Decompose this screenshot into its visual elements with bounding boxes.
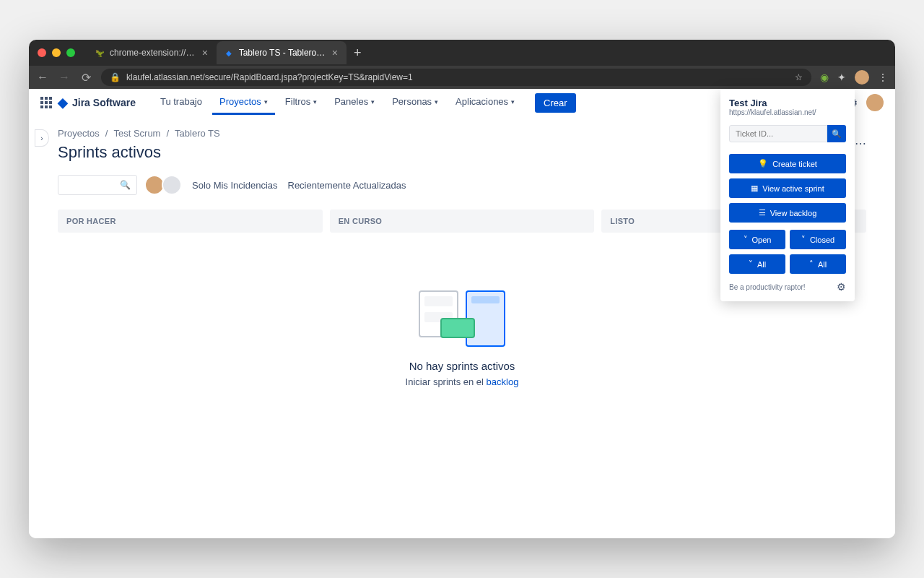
open-filter-button[interactable]: ˅Open: [729, 230, 785, 249]
nav-paneles[interactable]: Paneles▾: [327, 90, 382, 115]
search-button[interactable]: 🔍: [827, 125, 846, 142]
browser-tab-jira[interactable]: ◆ Tablero TS - Tablero ágil - Jira ×: [217, 41, 346, 64]
board-search-input[interactable]: 🔍: [58, 175, 137, 195]
chevron-down-icon: ▾: [435, 98, 438, 105]
ext-search: 🔍: [729, 125, 846, 142]
empty-title: No hay sprints activos: [58, 360, 866, 372]
nav-aplicaciones[interactable]: Aplicaciones▾: [448, 90, 522, 115]
board-icon: ▦: [751, 184, 758, 193]
url-bar: ← → ⟳ 🔒 klaufel.atlassian.net/secure/Rap…: [29, 66, 895, 89]
breadcrumb-proyectos[interactable]: Proyectos: [58, 128, 100, 139]
window-close[interactable]: [38, 48, 46, 57]
backlog-link[interactable]: backlog: [487, 376, 519, 387]
all-down-button[interactable]: ˅All: [729, 254, 785, 274]
browser-window: 🦖 chrome-extension://jdiffpfffme × ◆ Tab…: [29, 40, 895, 538]
close-tab-icon[interactable]: ×: [332, 47, 338, 59]
empty-illustration: [419, 290, 505, 348]
lightbulb-icon: 💡: [758, 159, 768, 168]
list-icon: ☰: [759, 208, 766, 217]
tab-label: chrome-extension://jdiffpfffme: [110, 48, 196, 58]
favicon-icon: 🦖: [95, 48, 104, 58]
extension-raptor-icon[interactable]: ◉: [820, 72, 829, 83]
toolbar-icons: ◉ ✦ ⋮: [820, 70, 888, 85]
all-up-button[interactable]: ˄All: [790, 254, 846, 274]
window-controls: [35, 48, 75, 57]
ticket-id-input[interactable]: [729, 125, 827, 142]
reload-button[interactable]: ⟳: [79, 71, 92, 85]
filter-recent[interactable]: Recientemente Actualizadas: [288, 180, 406, 191]
assignee-filter: [147, 175, 182, 195]
new-tab-button[interactable]: +: [346, 46, 369, 61]
create-ticket-button[interactable]: 💡Create ticket: [729, 154, 846, 173]
address-bar[interactable]: 🔒 klaufel.atlassian.net/secure/RapidBoar…: [101, 69, 811, 86]
search-icon: 🔍: [832, 129, 842, 138]
ext-footer-text: Be a productivity raptor!: [729, 283, 806, 291]
view-sprint-button[interactable]: ▦View active sprint: [729, 178, 846, 198]
extension-popup: Test Jira https://klaufel.atlassian.net/…: [720, 89, 855, 301]
closed-filter-button[interactable]: ˅Closed: [790, 230, 846, 249]
page-content: ◆ Jira Software Tu trabajo Proyectos▾ Fi…: [29, 89, 895, 538]
chevron-down-icon: ˅: [749, 259, 753, 269]
more-icon[interactable]: ⋯: [855, 137, 866, 150]
extensions-icon[interactable]: ✦: [837, 72, 846, 83]
column-todo: POR HACER: [58, 210, 323, 233]
browser-tab-extension[interactable]: 🦖 chrome-extension://jdiffpfffme ×: [87, 41, 217, 64]
nav-personas[interactable]: Personas▾: [385, 90, 445, 115]
chevron-down-icon: ˅: [801, 235, 806, 244]
forward-button[interactable]: →: [58, 71, 71, 84]
tab-bar: 🦖 chrome-extension://jdiffpfffme × ◆ Tab…: [29, 40, 895, 66]
app-switcher-icon[interactable]: [40, 97, 52, 108]
profile-avatar[interactable]: [855, 70, 869, 85]
nav-items: Tu trabajo Proyectos▾ Filtros▾ Paneles▾ …: [153, 90, 522, 115]
column-inprogress: EN CURSO: [330, 210, 595, 233]
chevron-down-icon: ▾: [313, 98, 317, 105]
user-avatar[interactable]: [866, 94, 884, 111]
lock-icon: 🔒: [110, 72, 121, 82]
filter-my-issues[interactable]: Solo Mis Incidencias: [192, 180, 278, 191]
nav-tu-trabajo[interactable]: Tu trabajo: [153, 90, 209, 115]
back-button[interactable]: ←: [36, 71, 49, 84]
close-tab-icon[interactable]: ×: [202, 47, 208, 59]
create-button[interactable]: Crear: [535, 93, 576, 113]
chevron-down-icon: ▾: [264, 98, 268, 105]
browser-tabs: 🦖 chrome-extension://jdiffpfffme × ◆ Tab…: [87, 41, 346, 64]
jira-mark-icon: ◆: [58, 95, 68, 111]
star-icon[interactable]: ☆: [795, 72, 803, 82]
chevron-down-icon: ▾: [371, 98, 375, 105]
empty-state: No hay sprints activos Iniciar sprints e…: [58, 290, 866, 387]
tab-label: Tablero TS - Tablero ágil - Jira: [239, 48, 326, 58]
breadcrumb-project[interactable]: Test Scrum: [113, 128, 160, 139]
chevron-up-icon: ˄: [809, 259, 814, 269]
sidebar-toggle[interactable]: ›: [35, 129, 49, 147]
view-backlog-button[interactable]: ☰View backlog: [729, 203, 846, 223]
url-text: klaufel.atlassian.net/secure/RapidBoard.…: [126, 72, 413, 82]
nav-filtros[interactable]: Filtros▾: [278, 90, 324, 115]
window-minimize[interactable]: [52, 48, 61, 57]
menu-icon[interactable]: ⋮: [878, 72, 888, 83]
nav-proyectos[interactable]: Proyectos▾: [212, 90, 275, 115]
gear-icon[interactable]: ⚙: [837, 281, 846, 293]
chevron-down-icon: ˅: [744, 235, 748, 244]
breadcrumb-board[interactable]: Tablero TS: [175, 128, 220, 139]
jira-logo[interactable]: ◆ Jira Software: [58, 95, 136, 111]
window-maximize[interactable]: [66, 48, 75, 57]
ext-title: Test Jira: [729, 98, 846, 108]
avatar-unassigned[interactable]: [162, 175, 182, 195]
search-icon: 🔍: [120, 180, 131, 190]
ext-url: https://klaufel.atlassian.net/: [729, 108, 846, 116]
empty-subtitle: Iniciar sprints en el backlog: [58, 376, 866, 387]
ext-footer: Be a productivity raptor! ⚙: [729, 281, 846, 293]
chevron-down-icon: ▾: [511, 98, 515, 105]
product-name: Jira Software: [72, 97, 136, 108]
favicon-icon: ◆: [225, 48, 233, 58]
